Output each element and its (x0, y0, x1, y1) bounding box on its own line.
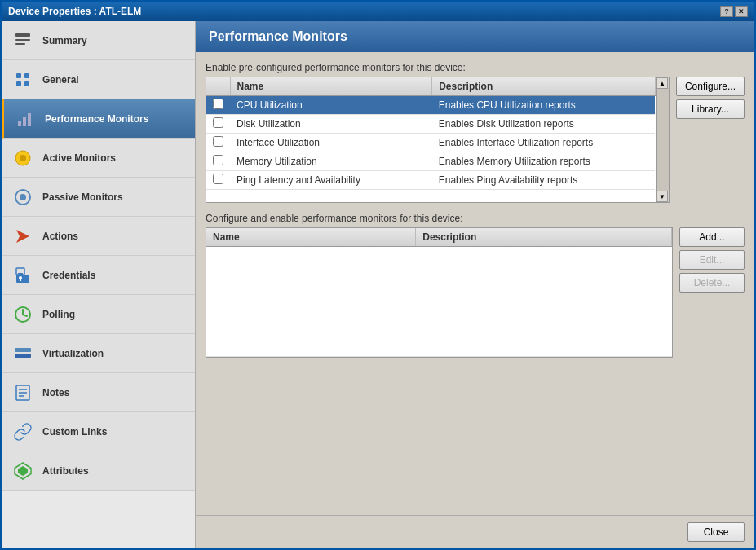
title-bar: Device Properties : ATL-ELM ? ✕ (2, 2, 754, 21)
custom-table-wrapper: Name Description (206, 227, 673, 358)
edit-button[interactable]: Edit... (679, 250, 745, 270)
svg-rect-0 (15, 33, 30, 37)
passive-icon (11, 186, 34, 209)
configure-button[interactable]: Configure... (676, 77, 745, 96)
row-checkbox[interactable] (206, 134, 230, 152)
sidebar-item-custom-links-label: Custom Links (42, 426, 107, 438)
window-body: Summary General (2, 21, 754, 548)
sidebar-item-polling-label: Polling (42, 309, 75, 320)
svg-rect-19 (20, 279, 21, 281)
scroll-track (657, 89, 669, 191)
pre-configured-buttons: Configure... Library... (676, 77, 745, 119)
sidebar-item-credentials[interactable]: Credentials (2, 256, 195, 295)
main-content-area: Performance Monitors Enable pre-configur… (196, 21, 754, 548)
sidebar-item-active-monitors-label: Active Monitors (42, 152, 116, 164)
row-desc: Enables CPU Utilization reports (432, 96, 656, 115)
sidebar-item-performance-monitors[interactable]: Performance Monitors (2, 99, 195, 139)
sidebar-item-custom-links[interactable]: Custom Links (2, 412, 195, 451)
pre-table-scrollbar[interactable]: ▲ ▼ (656, 77, 669, 202)
sidebar-item-virtualization-label: Virtualization (42, 348, 104, 359)
add-button[interactable]: Add... (679, 227, 745, 247)
svg-rect-4 (24, 73, 29, 78)
svg-rect-9 (28, 113, 31, 126)
sidebar-item-notes[interactable]: Notes (2, 373, 195, 412)
pre-configured-label: Enable pre-configured performance monito… (206, 62, 745, 73)
row-name: CPU Utilization (230, 96, 432, 115)
custom-buttons: Add... Edit... Delete... (679, 227, 745, 293)
row-desc: Enables Interface Utilization reports (432, 134, 656, 152)
sidebar-item-passive-monitors[interactable]: Passive Monitors (2, 178, 195, 217)
sidebar-item-summary-label: Summary (42, 35, 87, 46)
pre-configured-table-area: Name Description CPU Utilization (206, 77, 745, 203)
row-checkbox[interactable] (206, 152, 230, 171)
perf-icon (14, 108, 37, 130)
pre-col-name: Name (230, 77, 432, 96)
row-name: Disk Utilization (230, 115, 432, 134)
sidebar-item-credentials-label: Credentials (42, 270, 95, 281)
library-button[interactable]: Library... (676, 99, 745, 119)
sidebar-item-attributes-label: Attributes (42, 465, 89, 477)
svg-point-13 (20, 194, 26, 200)
help-button[interactable]: ? (720, 6, 733, 17)
pre-configured-table-wrapper: Name Description CPU Utilization (206, 77, 670, 203)
svg-rect-6 (24, 81, 29, 86)
row-desc: Enables Ping Availability reports (432, 171, 656, 190)
svg-rect-5 (16, 81, 21, 86)
custom-table-area: Name Description (206, 227, 745, 358)
svg-rect-21 (15, 348, 31, 352)
sidebar: Summary General (2, 21, 196, 548)
table-row[interactable]: Ping Latency and Availability Enables Pi… (206, 171, 655, 190)
active-icon (11, 147, 34, 169)
sidebar-item-general[interactable]: General (2, 60, 195, 99)
table-row[interactable]: Interface Utilization Enables Interface … (206, 134, 655, 152)
svg-rect-3 (16, 73, 21, 78)
row-checkbox[interactable] (206, 171, 230, 190)
custom-section: Configure and enable performance monitor… (206, 213, 745, 358)
summary-icon (11, 29, 34, 52)
polling-icon (11, 303, 34, 326)
sidebar-item-polling[interactable]: Polling (2, 295, 195, 334)
svg-point-11 (20, 155, 26, 161)
svg-rect-1 (15, 39, 30, 41)
virt-icon (11, 342, 34, 365)
row-checkbox[interactable] (206, 96, 230, 115)
sidebar-item-performance-monitors-label: Performance Monitors (45, 113, 148, 125)
scroll-down-button[interactable]: ▼ (657, 191, 668, 202)
scroll-up-button[interactable]: ▲ (657, 77, 668, 89)
svg-rect-8 (23, 117, 26, 126)
custom-icon (11, 420, 34, 443)
table-row[interactable]: CPU Utilization Enables CPU Utilization … (206, 96, 655, 115)
close-button[interactable]: Close (687, 522, 745, 542)
row-name: Interface Utilization (230, 134, 432, 152)
sidebar-item-passive-monitors-label: Passive Monitors (42, 191, 123, 203)
table-row[interactable]: Disk Utilization Enables Disk Utilizatio… (206, 115, 655, 134)
content-body: Enable pre-configured performance monito… (196, 52, 754, 515)
creds-icon (11, 264, 34, 287)
sidebar-item-notes-label: Notes (42, 387, 69, 398)
sidebar-item-general-label: General (42, 74, 79, 86)
svg-marker-14 (16, 230, 29, 243)
svg-rect-2 (15, 43, 25, 45)
sidebar-item-actions[interactable]: Actions (2, 217, 195, 256)
row-checkbox[interactable] (206, 115, 230, 134)
sidebar-item-summary[interactable]: Summary (2, 21, 195, 60)
attr-icon (11, 460, 34, 482)
pre-col-desc: Description (432, 77, 656, 96)
row-desc: Enables Memory Utilization reports (432, 152, 656, 171)
row-name: Ping Latency and Availability (230, 171, 432, 190)
svg-rect-22 (15, 354, 31, 358)
row-desc: Enables Disk Utilization reports (432, 115, 656, 134)
svg-marker-28 (18, 466, 28, 476)
window-title: Device Properties : ATL-ELM (8, 6, 141, 17)
custom-col-desc: Description (416, 228, 672, 247)
notes-icon (11, 381, 34, 404)
svg-rect-16 (18, 273, 23, 275)
custom-label: Configure and enable performance monitor… (206, 213, 745, 224)
table-row[interactable]: Memory Utilization Enables Memory Utiliz… (206, 152, 655, 171)
delete-button[interactable]: Delete... (679, 273, 745, 293)
close-window-button[interactable]: ✕ (735, 6, 748, 17)
sidebar-item-active-monitors[interactable]: Active Monitors (2, 139, 195, 178)
actions-icon (11, 225, 34, 248)
sidebar-item-attributes[interactable]: Attributes (2, 451, 195, 491)
sidebar-item-virtualization[interactable]: Virtualization (2, 334, 195, 373)
